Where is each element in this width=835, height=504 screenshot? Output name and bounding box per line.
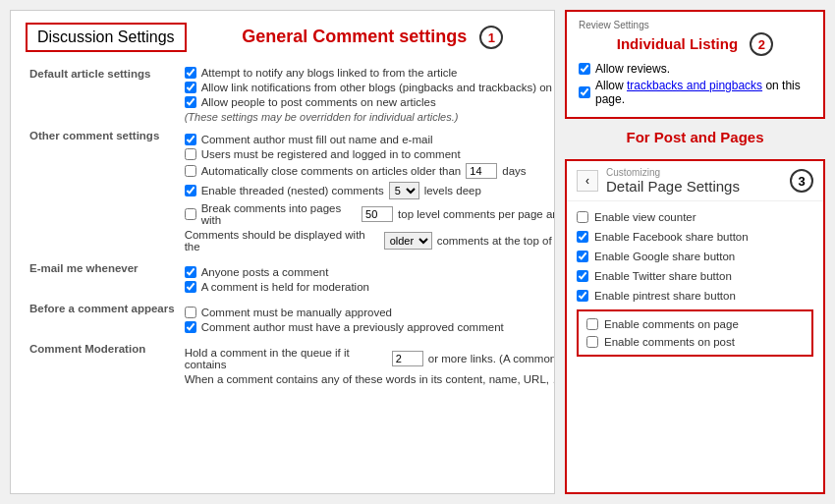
- default-article-note: (These settings may be overridden for in…: [185, 111, 555, 123]
- comments-highlight-group: Enable comments on page Enable comments …: [577, 309, 813, 357]
- default-article-label: Default article settings: [26, 64, 179, 126]
- before-cb-2: Comment author must have a previously ap…: [185, 321, 555, 333]
- right-panel: Review Settings Individual Listing 2 All…: [565, 10, 825, 494]
- detail-item-4: Enable pintrest share button: [577, 286, 813, 306]
- other-comment-content: Comment author must fill out name and e-…: [179, 126, 555, 258]
- trackbacks-link[interactable]: trackbacks and pingbacks: [627, 79, 762, 92]
- email-cb-2: A comment is held for moderation: [185, 281, 555, 293]
- moderation-links-input[interactable]: [392, 351, 423, 366]
- detail-item-3: Enable Twitter share button: [577, 266, 813, 286]
- detail-page-header-text: Customizing Detail Page Settings: [606, 167, 740, 195]
- left-panel: Discussion Settings General Comment sett…: [10, 10, 555, 494]
- other-cb-input-3[interactable]: [185, 165, 196, 177]
- detail-settings-list: Enable view counter Enable Facebook shar…: [567, 201, 823, 363]
- for-post-label: For Post and Pages: [565, 129, 825, 145]
- other-display-row: Comments should be displayed with the ol…: [185, 229, 555, 252]
- detail-item-2: Enable Google share button: [577, 247, 813, 266]
- other-comment-row: Other comment settings Comment author mu…: [26, 126, 555, 258]
- before-comment-row: Before a comment appears Comment must be…: [26, 299, 555, 339]
- default-article-cb-3[interactable]: [185, 96, 196, 108]
- detail-highlighted-cb-0[interactable]: [586, 318, 598, 330]
- email-cb-input-1[interactable]: [185, 266, 196, 278]
- discussion-settings-title: Discussion Settings: [26, 23, 187, 52]
- other-cb-3: Automatically close comments on articles…: [185, 163, 555, 179]
- detail-item-1: Enable Facebook share button: [577, 227, 813, 247]
- pages-input[interactable]: [362, 206, 393, 222]
- review-settings-label: Review Settings: [579, 20, 811, 30]
- email-cb-input-2[interactable]: [185, 281, 196, 293]
- other-cb-input-1[interactable]: [185, 134, 196, 145]
- default-article-item-1: Attempt to notify any blogs linked to fr…: [185, 67, 555, 79]
- circle-num-3: 3: [790, 169, 813, 193]
- other-cb-2: Users must be registered and logged in t…: [185, 148, 555, 160]
- detail-cb-4[interactable]: [577, 290, 588, 302]
- other-cb-5: Break comments into pages with top level…: [185, 202, 555, 226]
- email-me-row: E-mail me whenever Anyone posts a commen…: [26, 258, 555, 299]
- general-comment-title: General Comment settings 1: [206, 26, 539, 49]
- detail-highlighted-cb-1[interactable]: [586, 336, 598, 348]
- individual-listing-header: Individual Listing 2: [579, 32, 811, 56]
- before-comment-label: Before a comment appears: [26, 299, 179, 339]
- detail-cb-0[interactable]: [577, 211, 588, 223]
- other-cb-1: Comment author must fill out name and e-…: [185, 134, 555, 145]
- detail-highlighted-1: Enable comments on post: [586, 333, 804, 351]
- detail-page-box: ‹ Customizing Detail Page Settings 3 Ena…: [565, 159, 825, 494]
- email-cb-1: Anyone posts a comment: [185, 266, 555, 278]
- moderation-content: Hold a comment in the queue if it contai…: [179, 339, 555, 388]
- other-cb-input-5[interactable]: [185, 208, 196, 220]
- moderation-item-2: When a comment contains any of these wor…: [185, 373, 555, 385]
- other-comment-label: Other comment settings: [26, 126, 179, 258]
- default-article-item-2: Allow link notifications from other blog…: [185, 82, 555, 93]
- circle-num-1: 1: [479, 26, 503, 49]
- before-cb-1: Comment must be manually approved: [185, 307, 555, 318]
- allow-trackbacks-cb[interactable]: [579, 86, 590, 98]
- default-article-cb-1[interactable]: [185, 67, 196, 79]
- default-article-cb-2[interactable]: [185, 82, 196, 93]
- auto-close-days-input[interactable]: [466, 163, 497, 179]
- other-cb-4: Enable threaded (nested) comments 5 leve…: [185, 182, 555, 199]
- review-allow-trackbacks: Allow trackbacks and pingbacks on this p…: [579, 79, 811, 106]
- detail-item-0: Enable view counter: [577, 207, 813, 227]
- order-select[interactable]: older: [384, 232, 432, 250]
- moderation-row: Comment Moderation Hold a comment in the…: [26, 339, 555, 388]
- detail-cb-1[interactable]: [577, 231, 588, 243]
- moderation-item-1: Hold a comment in the queue if it contai…: [185, 347, 555, 370]
- default-article-item-3: Allow people to post comments on new art…: [185, 96, 555, 108]
- detail-cb-2[interactable]: [577, 251, 588, 262]
- threaded-comments-select[interactable]: 5: [389, 182, 419, 199]
- before-comment-content: Comment must be manually approved Commen…: [179, 299, 555, 339]
- other-cb-input-4[interactable]: [185, 185, 196, 196]
- review-allow-reviews: Allow reviews.: [579, 62, 811, 76]
- settings-table: Default article settings Attempt to noti…: [26, 64, 555, 388]
- detail-page-header: ‹ Customizing Detail Page Settings 3: [567, 161, 823, 201]
- allow-reviews-cb[interactable]: [579, 63, 590, 75]
- customizing-label: Customizing: [606, 167, 740, 178]
- individual-listing-box: Review Settings Individual Listing 2 All…: [565, 10, 825, 119]
- detail-cb-3[interactable]: [577, 270, 588, 282]
- panel-header: Discussion Settings General Comment sett…: [26, 23, 539, 52]
- individual-listing-title: Individual Listing 2: [579, 32, 811, 56]
- detail-highlighted-0: Enable comments on page: [586, 315, 804, 333]
- email-me-content: Anyone posts a comment A comment is held…: [179, 258, 555, 299]
- before-cb-input-2[interactable]: [185, 321, 196, 333]
- default-article-row: Default article settings Attempt to noti…: [26, 64, 555, 126]
- before-cb-input-1[interactable]: [185, 307, 196, 318]
- other-cb-input-2[interactable]: [185, 148, 196, 160]
- detail-page-title: Detail Page Settings: [606, 178, 740, 195]
- back-arrow-button[interactable]: ‹: [577, 170, 598, 192]
- circle-num-2: 2: [750, 32, 773, 56]
- email-me-label: E-mail me whenever: [26, 258, 179, 299]
- default-article-content: Attempt to notify any blogs linked to fr…: [179, 64, 555, 126]
- moderation-label: Comment Moderation: [26, 339, 179, 388]
